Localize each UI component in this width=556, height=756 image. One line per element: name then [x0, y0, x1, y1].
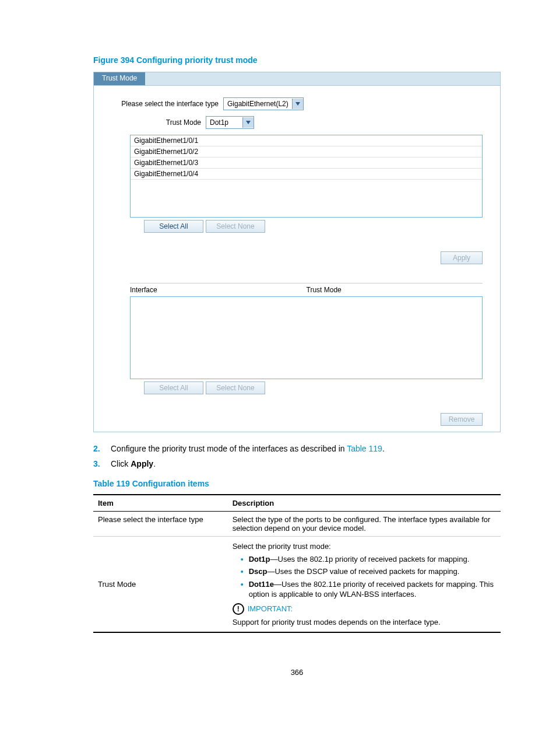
- text: Configure the priority trust mode of the…: [111, 444, 347, 453]
- result-list[interactable]: [130, 296, 483, 379]
- text: —Uses the 802.1p priority of received pa…: [270, 555, 470, 564]
- bullet-item: Dot1p—Uses the 802.1p priority of receiv…: [241, 554, 496, 565]
- config-table: Item Description Please select the inter…: [93, 494, 501, 633]
- figure-caption: Figure 394 Configuring priority trust mo…: [93, 55, 501, 65]
- tab-bar: Trust Mode: [94, 72, 500, 86]
- text: .: [153, 459, 156, 468]
- desc-support: Support for priority trust modes depends…: [233, 617, 496, 628]
- chevron-down-icon: [242, 117, 254, 128]
- bullet-item: Dot11e—Uses the 802.11e priority of rece…: [241, 579, 496, 600]
- td-desc: Select the type of the ports to be confi…: [228, 512, 501, 537]
- desc-intro: Select the priority trust mode:: [233, 541, 496, 552]
- important-icon: !: [233, 603, 244, 615]
- td-item: Please select the interface type: [93, 512, 228, 537]
- apply-button[interactable]: Apply: [441, 251, 483, 264]
- interface-type-value: GigabitEthernet(L2): [224, 100, 292, 108]
- table-link[interactable]: Table 119: [347, 444, 382, 453]
- step-number: 2.: [93, 444, 111, 453]
- td-item: Trust Mode: [93, 537, 228, 633]
- tab-trust-mode[interactable]: Trust Mode: [94, 72, 145, 85]
- label: Dot1p: [249, 555, 270, 564]
- text: —Uses the DSCP value of received packets…: [267, 567, 459, 576]
- table-caption: Table 119 Configuration items: [93, 479, 501, 488]
- select-none-button[interactable]: Select None: [206, 220, 265, 233]
- text: Click: [111, 459, 131, 468]
- trust-mode-label: Trust Mode: [160, 118, 201, 127]
- step-text: Click Apply.: [111, 459, 156, 468]
- list-item[interactable]: GigabitEthernet1/0/3: [131, 158, 482, 169]
- label: Dscp: [249, 567, 268, 576]
- remove-button[interactable]: Remove: [441, 413, 483, 426]
- list-item[interactable]: GigabitEthernet1/0/2: [131, 146, 482, 158]
- td-desc: Select the priority trust mode: Dot1p—Us…: [228, 537, 501, 633]
- step-text: Configure the priority trust mode of the…: [111, 444, 385, 453]
- text: .: [382, 444, 385, 453]
- bullet-item: Dscp—Uses the DSCP value of received pac…: [241, 566, 496, 577]
- interface-type-label: Please select the interface type: [119, 100, 219, 108]
- config-panel: Trust Mode Please select the interface t…: [93, 72, 501, 432]
- step-number: 3.: [93, 459, 111, 468]
- result-col-interface: Interface: [130, 286, 307, 294]
- th-description: Description: [228, 495, 501, 512]
- select-all-button-2[interactable]: Select All: [144, 382, 203, 394]
- page-number: 366: [93, 668, 501, 677]
- chevron-down-icon: [292, 99, 303, 109]
- trust-mode-select[interactable]: Dot1p: [206, 116, 254, 129]
- interface-list[interactable]: GigabitEthernet1/0/1 GigabitEthernet1/0/…: [130, 135, 483, 218]
- interface-type-select[interactable]: GigabitEthernet(L2): [223, 97, 304, 110]
- list-item[interactable]: GigabitEthernet1/0/4: [131, 169, 482, 180]
- result-col-trust-mode: Trust Mode: [307, 286, 483, 294]
- select-none-button-2[interactable]: Select None: [206, 382, 265, 394]
- important-label: IMPORTANT:: [248, 604, 293, 613]
- apply-label: Apply: [131, 459, 153, 468]
- th-item: Item: [93, 495, 228, 512]
- label: Dot11e: [249, 580, 274, 589]
- trust-mode-value: Dot1p: [206, 118, 242, 127]
- list-item[interactable]: GigabitEthernet1/0/1: [131, 135, 482, 146]
- select-all-button[interactable]: Select All: [144, 220, 203, 233]
- text: —Uses the 802.11e priority of received p…: [249, 580, 494, 599]
